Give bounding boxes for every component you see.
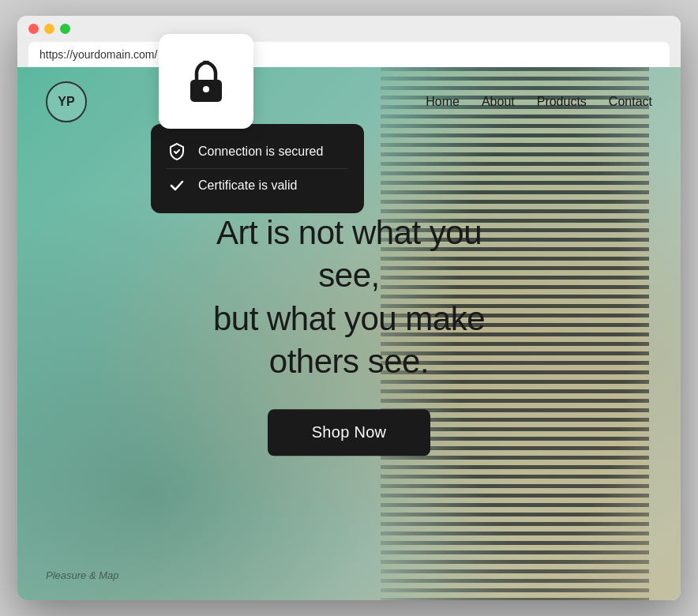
nav-products[interactable]: Products [537, 95, 587, 109]
logo[interactable]: YP [46, 81, 87, 122]
bottom-watermark: Pleasure & Map [46, 569, 119, 581]
browser-window: Connection is secured Certificate is val… [17, 16, 681, 600]
address-bar-row: Connection is secured Certificate is val… [28, 42, 670, 67]
certificate-valid-label: Certificate is valid [198, 178, 297, 193]
shop-now-button[interactable]: Shop Now [268, 409, 431, 456]
minimize-button[interactable] [44, 24, 54, 34]
certificate-valid-item: Certificate is valid [167, 168, 348, 202]
shield-check-icon [167, 141, 187, 162]
nav-links: Home About Products Contact [426, 95, 652, 109]
security-tooltip: Connection is secured Certificate is val… [151, 124, 364, 213]
maximize-button[interactable] [60, 24, 70, 34]
hero-headline: Art is not what you see,but what you mak… [183, 212, 515, 384]
connection-secured-item: Connection is secured [167, 135, 348, 168]
lock-icon [184, 59, 228, 103]
lock-popup-container: Connection is secured Certificate is val… [151, 34, 364, 213]
svg-point-1 [203, 86, 209, 92]
connection-secured-label: Connection is secured [198, 145, 323, 159]
traffic-lights [28, 24, 670, 34]
nav-contact[interactable]: Contact [609, 95, 652, 109]
close-button[interactable] [28, 24, 39, 34]
checkmark-icon [167, 175, 187, 196]
browser-chrome: Connection is secured Certificate is val… [17, 16, 681, 67]
nav-about[interactable]: About [482, 95, 515, 109]
lock-icon-box[interactable] [159, 34, 253, 129]
hero-section: Art is not what you see,but what you mak… [183, 212, 515, 456]
logo-text: YP [58, 95, 74, 109]
nav-home[interactable]: Home [426, 95, 460, 109]
